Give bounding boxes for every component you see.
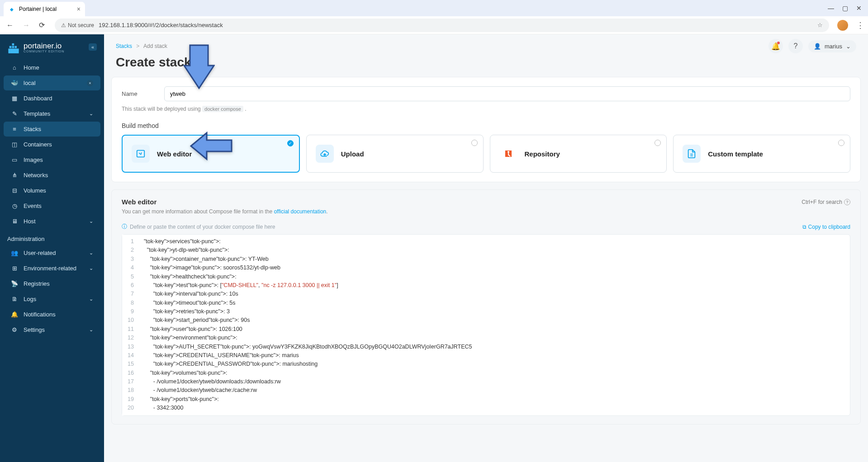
method-repository[interactable]: Repository xyxy=(490,135,667,173)
warning-icon: ⚠ xyxy=(61,22,66,28)
sidebar-icon: ▦ xyxy=(11,95,18,102)
sidebar-icon: 🔔 xyxy=(11,311,18,318)
annotation-arrow-web-editor xyxy=(189,131,234,165)
browser-menu-icon[interactable]: ⋮ xyxy=(856,20,863,30)
chevron-down-icon: ⌄ xyxy=(89,218,93,224)
sidebar-item-events[interactable]: ◷Events xyxy=(4,198,100,213)
method-radio xyxy=(471,140,478,146)
page-title: Create stack ⟳ xyxy=(104,53,868,77)
sidebar-item-label: Stacks xyxy=(24,126,41,132)
security-badge[interactable]: ⚠ Not secure xyxy=(61,22,94,28)
reload-icon[interactable]: ⟳ xyxy=(37,19,47,31)
method-upload[interactable]: Upload xyxy=(306,135,484,173)
sidebar-item-label: Containers xyxy=(24,141,52,148)
sidebar-item-label: Templates xyxy=(24,110,50,117)
sidebar-item-label: local xyxy=(24,80,36,86)
address-bar[interactable]: ⚠ Not secure 192.168.1.18:9000/#!/2/dock… xyxy=(55,19,829,32)
sidebar-item-logs[interactable]: 🗎Logs⌄ xyxy=(4,292,100,306)
bookmark-star-icon[interactable]: ☆ xyxy=(817,22,823,28)
method-icon xyxy=(683,145,701,163)
method-custom-template[interactable]: Custom template xyxy=(673,135,850,173)
method-label: Upload xyxy=(341,150,364,158)
svg-rect-0 xyxy=(9,46,12,48)
sidebar-item-label: Registries xyxy=(24,280,50,287)
sidebar-item-host[interactable]: 🖥Host⌄ xyxy=(4,214,100,229)
sidebar-icon: 👥 xyxy=(11,250,18,256)
stack-name-input[interactable] xyxy=(164,86,850,101)
sidebar-item-notifications[interactable]: 🔔Notifications xyxy=(4,307,100,322)
sidebar-item-label: Events xyxy=(24,203,42,209)
sidebar-item-environment-related[interactable]: ⊞Environment-related⌄ xyxy=(4,261,100,276)
sidebar-item-label: Environment-related xyxy=(24,265,76,272)
sidebar-item-settings[interactable]: ⚙Settings⌄ xyxy=(4,322,100,337)
method-radio xyxy=(287,140,294,146)
logo-text: portainer.io xyxy=(24,42,64,51)
build-method-title: Build method xyxy=(122,122,850,129)
sidebar-collapse-icon[interactable]: « xyxy=(89,43,97,51)
breadcrumb-current: Add stack xyxy=(143,43,167,49)
sidebar-item-label: Logs xyxy=(24,296,36,302)
method-icon xyxy=(499,145,517,163)
breadcrumb-root[interactable]: Stacks xyxy=(116,43,132,49)
logo-subtitle: COMMUNITY EDITION xyxy=(24,50,64,53)
sidebar-icon: ◷ xyxy=(11,203,18,209)
minimize-icon[interactable]: — xyxy=(828,5,834,12)
docs-link[interactable]: official documentation xyxy=(274,208,326,215)
code-editor[interactable]: 1234567891011121314151617181920 "tok-key… xyxy=(122,234,850,416)
sidebar-icon: ▭ xyxy=(11,156,18,163)
svg-rect-1 xyxy=(12,46,14,48)
method-radio xyxy=(655,140,661,146)
sidebar-item-local[interactable]: 🐳local× xyxy=(4,75,100,90)
sidebar-icon: 🗎 xyxy=(11,296,18,302)
browser-tab[interactable]: ◆ Portainer | local × xyxy=(4,2,85,16)
sidebar-item-label: Volumes xyxy=(24,187,46,194)
forward-icon[interactable]: → xyxy=(21,19,32,31)
tab-close-icon[interactable]: × xyxy=(77,5,81,13)
tab-title: Portainer | local xyxy=(19,6,57,12)
chevron-down-icon: ⌄ xyxy=(89,327,93,333)
url-text: 192.168.1.18:9000/#!/2/docker/stacks/new… xyxy=(99,22,223,28)
editor-search-hint: Ctrl+F for search ? xyxy=(802,199,850,205)
notifications-icon[interactable]: 🔔 xyxy=(768,39,783,53)
create-stack-panel: Name This stack will be deployed using d… xyxy=(111,77,861,182)
sidebar-icon: 📡 xyxy=(11,280,18,287)
sidebar-icon: 🐳 xyxy=(11,80,18,86)
sidebar-item-networks[interactable]: ⋔Networks xyxy=(4,168,100,183)
close-icon[interactable]: ✕ xyxy=(856,5,862,12)
build-methods: Web editorUploadRepositoryCustom templat… xyxy=(122,135,850,173)
editor-placeholder-hint: ⓘ Define or paste the content of your do… xyxy=(122,223,275,231)
sidebar-item-containers[interactable]: ◫Containers xyxy=(4,137,100,152)
sidebar-item-home[interactable]: ⌂Home xyxy=(4,60,100,75)
web-editor-panel: Web editor Ctrl+F for search ? You can g… xyxy=(111,189,861,424)
chevron-down-icon: ⌄ xyxy=(89,265,93,271)
sidebar-item-label: User-related xyxy=(24,250,56,256)
sidebar-icon: ⚙ xyxy=(11,326,18,333)
sidebar-item-templates[interactable]: ✎Templates⌄ xyxy=(4,106,100,121)
env-close-icon[interactable]: × xyxy=(87,80,93,86)
svg-point-5 xyxy=(508,151,509,153)
help-circle-icon[interactable]: ? xyxy=(844,199,850,205)
sidebar-item-label: Home xyxy=(24,64,39,71)
sidebar-item-registries[interactable]: 📡Registries xyxy=(4,276,100,291)
sidebar-item-label: Dashboard xyxy=(24,95,52,102)
help-icon[interactable]: ? xyxy=(788,39,803,53)
sidebar-item-label: Images xyxy=(24,156,43,163)
method-icon xyxy=(132,145,150,163)
copy-to-clipboard-button[interactable]: ⧉ Copy to clipboard xyxy=(802,224,850,230)
sidebar-item-label: Notifications xyxy=(24,311,56,318)
sidebar-item-volumes[interactable]: ⊟Volumes xyxy=(4,183,100,198)
maximize-icon[interactable]: ▢ xyxy=(842,5,848,12)
chevron-down-icon: ⌄ xyxy=(846,43,851,50)
sidebar-item-dashboard[interactable]: ▦Dashboard xyxy=(4,91,100,106)
sidebar-icon: ≡ xyxy=(11,126,18,132)
breadcrumb: Stacks > Add stack xyxy=(116,43,167,49)
copy-icon: ⧉ xyxy=(802,224,806,230)
profile-avatar[interactable] xyxy=(837,20,848,31)
sidebar-item-stacks[interactable]: ≡Stacks xyxy=(4,122,100,137)
sidebar: portainer.io COMMUNITY EDITION « ⌂Home🐳l… xyxy=(0,34,104,462)
logo: portainer.io COMMUNITY EDITION « xyxy=(0,37,104,60)
back-icon[interactable]: ← xyxy=(5,19,15,31)
user-menu[interactable]: 👤 marius ⌄ xyxy=(808,40,856,52)
sidebar-item-user-related[interactable]: 👥User-related⌄ xyxy=(4,245,100,260)
sidebar-item-images[interactable]: ▭Images xyxy=(4,152,100,167)
